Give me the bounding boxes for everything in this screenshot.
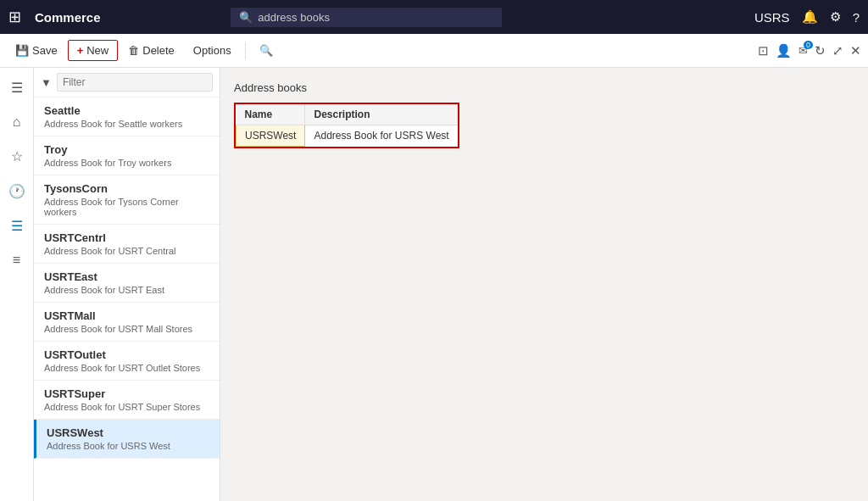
delete-button[interactable]: 🗑 Delete: [120, 41, 183, 60]
user-label: USRS: [754, 10, 790, 25]
item-desc: Address Book for USRT Mall Stores: [44, 324, 209, 334]
filter-icon[interactable]: ⊡: [758, 43, 769, 58]
col-name-header: Name: [236, 104, 305, 125]
save-label: Save: [32, 44, 58, 57]
item-name: USRTMall: [44, 309, 209, 322]
search-toolbar-button[interactable]: 🔍: [251, 41, 281, 60]
item-desc: Address Book for USRT Central: [44, 246, 209, 256]
item-name: Seattle: [44, 104, 209, 117]
item-name: Troy: [44, 143, 209, 156]
plus-icon: +: [77, 44, 84, 57]
layout: ☰ ⌂ ☆ 🕐 ☰ ≡ ▼ Seattle Address Book for S…: [0, 68, 868, 501]
gear-icon[interactable]: ⚙: [830, 9, 841, 25]
sidebar: ▼ Seattle Address Book for Seattle worke…: [34, 68, 220, 501]
list-item[interactable]: Troy Address Book for Troy workers: [34, 136, 220, 175]
search-icon: 🔍: [239, 11, 253, 24]
save-button[interactable]: 💾 Save: [7, 41, 66, 60]
address-books-table-wrapper: Name Description USRSWest Address Book f…: [234, 103, 459, 148]
nav-home-icon[interactable]: ⌂: [8, 109, 26, 135]
item-desc: Address Book for USRT Outlet Stores: [44, 363, 209, 373]
top-nav: ⊞ Commerce 🔍 USRS 🔔 ⚙ ?: [0, 0, 868, 34]
table-cell-name[interactable]: USRSWest: [236, 125, 305, 147]
list-item[interactable]: Seattle Address Book for Seattle workers: [34, 97, 220, 136]
sidebar-filter-bar: ▼: [34, 68, 220, 97]
item-name: USRTEast: [44, 270, 209, 283]
nav-workspaces-icon[interactable]: ≡: [8, 248, 25, 273]
new-label: New: [86, 44, 108, 57]
search-toolbar-icon: 🔍: [259, 44, 273, 57]
toolbar: 💾 Save + New 🗑 Delete Options 🔍 ⊡ 👤 ✉0 ↻…: [0, 34, 868, 68]
options-label: Options: [193, 44, 231, 57]
badge-icon[interactable]: ✉0: [798, 44, 808, 57]
item-desc: Address Book for USRT Super Stores: [44, 402, 209, 412]
sidebar-filter-icon[interactable]: ▼: [41, 76, 52, 89]
help-icon[interactable]: ?: [853, 10, 860, 25]
nav-list-icon[interactable]: ☰: [6, 213, 28, 239]
list-item[interactable]: USRTCentrl Address Book for USRT Central: [34, 225, 220, 264]
expand-icon[interactable]: ⤢: [832, 43, 843, 58]
item-name: USRSWest: [47, 426, 209, 439]
item-desc: Address Book for USRS West: [47, 441, 209, 451]
list-item[interactable]: USRSWest Address Book for USRS West: [34, 420, 220, 459]
save-icon: 💾: [15, 44, 29, 57]
delete-icon: 🗑: [128, 44, 139, 57]
list-item[interactable]: USRTSuper Address Book for USRT Super St…: [34, 381, 220, 420]
delete-label: Delete: [142, 44, 175, 57]
section-title: Address books: [234, 81, 854, 94]
nav-menu-icon[interactable]: ☰: [6, 75, 28, 101]
item-desc: Address Book for Troy workers: [44, 158, 209, 168]
sidebar-filter-input[interactable]: [63, 76, 207, 88]
new-button[interactable]: + New: [68, 40, 119, 61]
table-row[interactable]: USRSWest Address Book for USRS West: [236, 125, 458, 147]
item-desc: Address Book for Seattle workers: [44, 119, 209, 129]
item-desc: Address Book for USRT East: [44, 285, 209, 295]
options-button[interactable]: Options: [185, 41, 240, 60]
list-item[interactable]: USRTEast Address Book for USRT East: [34, 264, 220, 303]
person-icon[interactable]: 👤: [776, 43, 792, 58]
item-name: TysonsCorn: [44, 182, 209, 195]
col-desc-header: Description: [305, 104, 458, 125]
table-cell-desc: Address Book for USRS West: [305, 125, 458, 147]
item-name: USRTCentrl: [44, 231, 209, 244]
list-item[interactable]: TysonsCorn Address Book for Tysons Corne…: [34, 175, 220, 225]
close-icon[interactable]: ✕: [850, 43, 861, 58]
nav-favorites-icon[interactable]: ☆: [6, 143, 28, 170]
search-input[interactable]: [258, 11, 493, 24]
bell-icon[interactable]: 🔔: [802, 9, 818, 25]
main-content: Address books Name Description USRSWest …: [220, 68, 868, 501]
item-name: USRTSuper: [44, 387, 209, 400]
sidebar-search-box[interactable]: [57, 73, 213, 92]
search-box[interactable]: 🔍: [231, 8, 502, 27]
list-item[interactable]: USRTMall Address Book for USRT Mall Stor…: [34, 303, 220, 342]
refresh-icon[interactable]: ↻: [815, 43, 826, 58]
address-books-table: Name Description USRSWest Address Book f…: [236, 104, 458, 147]
toolbar-separator: [245, 42, 246, 59]
nav-recent-icon[interactable]: 🕐: [3, 178, 31, 204]
top-right-icons: USRS 🔔 ⚙ ?: [754, 9, 860, 25]
left-nav: ☰ ⌂ ☆ 🕐 ☰ ≡: [0, 68, 34, 501]
app-grid-icon[interactable]: ⊞: [8, 8, 21, 26]
list-item[interactable]: USRTOutlet Address Book for USRT Outlet …: [34, 342, 220, 381]
sidebar-list: Seattle Address Book for Seattle workers…: [34, 97, 220, 501]
item-desc: Address Book for Tysons Corner workers: [44, 197, 209, 217]
app-title: Commerce: [35, 10, 101, 25]
toolbar-right: ⊡ 👤 ✉0 ↻ ⤢ ✕: [758, 43, 861, 58]
item-name: USRTOutlet: [44, 348, 209, 361]
